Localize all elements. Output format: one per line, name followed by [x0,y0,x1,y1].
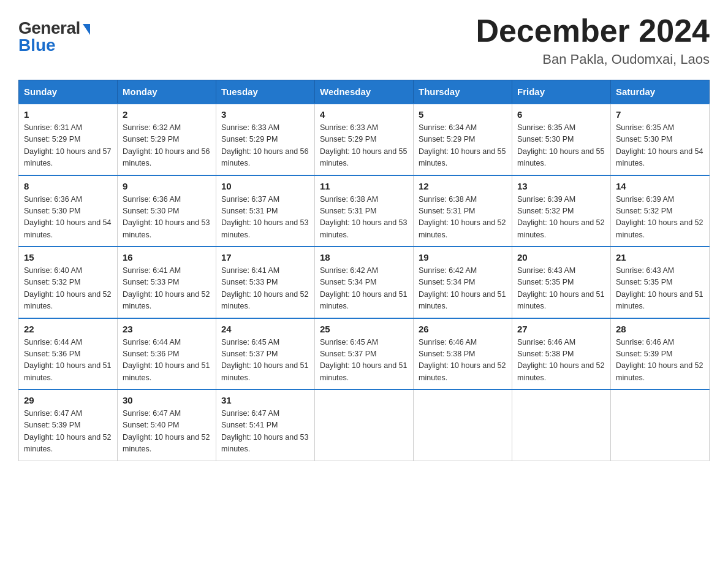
day-info: Sunrise: 6:45 AMSunset: 5:37 PMDaylight:… [221,338,308,382]
day-info: Sunrise: 6:35 AMSunset: 5:30 PMDaylight:… [616,123,703,167]
day-info: Sunrise: 6:47 AMSunset: 5:41 PMDaylight:… [221,409,308,453]
table-row: 29 Sunrise: 6:47 AMSunset: 5:39 PMDaylig… [19,389,118,461]
day-number: 13 [517,181,605,191]
location-subtitle: Ban Pakla, Oudomxai, Laos [476,52,710,67]
day-info: Sunrise: 6:46 AMSunset: 5:39 PMDaylight:… [616,338,703,382]
col-tuesday: Tuesday [216,80,315,104]
day-info: Sunrise: 6:39 AMSunset: 5:32 PMDaylight:… [517,195,604,239]
day-number: 31 [221,395,309,405]
calendar-table: Sunday Monday Tuesday Wednesday Thursday… [18,80,710,461]
day-info: Sunrise: 6:38 AMSunset: 5:31 PMDaylight:… [419,195,506,239]
calendar-header-row: Sunday Monday Tuesday Wednesday Thursday… [19,80,710,104]
table-row: 27 Sunrise: 6:46 AMSunset: 5:38 PMDaylig… [512,318,611,390]
day-info: Sunrise: 6:42 AMSunset: 5:34 PMDaylight:… [419,266,506,310]
table-row: 19 Sunrise: 6:42 AMSunset: 5:34 PMDaylig… [414,247,512,318]
day-number: 7 [616,109,704,120]
calendar-week-row: 22 Sunrise: 6:44 AMSunset: 5:36 PMDaylig… [19,318,710,390]
day-number: 8 [24,181,112,191]
table-row: 9 Sunrise: 6:36 AMSunset: 5:30 PMDayligh… [118,175,216,247]
day-number: 19 [419,252,507,262]
calendar-week-row: 8 Sunrise: 6:36 AMSunset: 5:30 PMDayligh… [19,175,710,247]
table-row: 7 Sunrise: 6:35 AMSunset: 5:30 PMDayligh… [611,104,710,175]
day-info: Sunrise: 6:35 AMSunset: 5:30 PMDaylight:… [517,123,604,167]
table-row: 15 Sunrise: 6:40 AMSunset: 5:32 PMDaylig… [19,247,118,318]
table-row [611,389,710,461]
day-info: Sunrise: 6:46 AMSunset: 5:38 PMDaylight:… [419,338,506,382]
day-number: 27 [517,324,605,334]
table-row: 24 Sunrise: 6:45 AMSunset: 5:37 PMDaylig… [216,318,315,390]
day-number: 4 [320,109,408,120]
table-row: 3 Sunrise: 6:33 AMSunset: 5:29 PMDayligh… [216,104,315,175]
day-info: Sunrise: 6:39 AMSunset: 5:32 PMDaylight:… [616,195,703,239]
day-number: 17 [221,252,309,262]
day-number: 15 [24,252,112,262]
day-info: Sunrise: 6:36 AMSunset: 5:30 PMDaylight:… [123,195,210,239]
table-row: 12 Sunrise: 6:38 AMSunset: 5:31 PMDaylig… [414,175,512,247]
col-thursday: Thursday [414,80,512,104]
day-info: Sunrise: 6:44 AMSunset: 5:36 PMDaylight:… [24,338,111,382]
table-row: 6 Sunrise: 6:35 AMSunset: 5:30 PMDayligh… [512,104,611,175]
day-info: Sunrise: 6:36 AMSunset: 5:30 PMDaylight:… [24,195,111,239]
day-info: Sunrise: 6:43 AMSunset: 5:35 PMDaylight:… [616,266,703,310]
day-number: 12 [419,181,507,191]
day-info: Sunrise: 6:45 AMSunset: 5:37 PMDaylight:… [320,338,407,382]
day-info: Sunrise: 6:43 AMSunset: 5:35 PMDaylight:… [517,266,604,310]
day-number: 18 [320,252,408,262]
table-row: 23 Sunrise: 6:44 AMSunset: 5:36 PMDaylig… [118,318,216,390]
table-row: 8 Sunrise: 6:36 AMSunset: 5:30 PMDayligh… [19,175,118,247]
day-number: 9 [123,181,211,191]
table-row: 14 Sunrise: 6:39 AMSunset: 5:32 PMDaylig… [611,175,710,247]
table-row: 11 Sunrise: 6:38 AMSunset: 5:31 PMDaylig… [315,175,414,247]
day-number: 1 [24,109,112,120]
day-number: 29 [24,395,112,405]
day-number: 21 [616,252,704,262]
table-row: 25 Sunrise: 6:45 AMSunset: 5:37 PMDaylig… [315,318,414,390]
logo-triangle-icon [83,24,90,35]
day-info: Sunrise: 6:42 AMSunset: 5:34 PMDaylight:… [320,266,407,310]
col-sunday: Sunday [19,80,118,104]
table-row: 18 Sunrise: 6:42 AMSunset: 5:34 PMDaylig… [315,247,414,318]
table-row: 16 Sunrise: 6:41 AMSunset: 5:33 PMDaylig… [118,247,216,318]
table-row: 17 Sunrise: 6:41 AMSunset: 5:33 PMDaylig… [216,247,315,318]
table-row: 2 Sunrise: 6:32 AMSunset: 5:29 PMDayligh… [118,104,216,175]
day-info: Sunrise: 6:38 AMSunset: 5:31 PMDaylight:… [320,195,407,239]
day-info: Sunrise: 6:33 AMSunset: 5:29 PMDaylight:… [320,123,407,167]
day-info: Sunrise: 6:34 AMSunset: 5:29 PMDaylight:… [419,123,506,167]
month-title: December 2024 [476,12,710,49]
day-number: 20 [517,252,605,262]
day-number: 14 [616,181,704,191]
table-row [315,389,414,461]
title-section: December 2024 Ban Pakla, Oudomxai, Laos [476,12,710,67]
col-saturday: Saturday [611,80,710,104]
page-header: General Blue December 2024 Ban Pakla, Ou… [18,12,710,67]
logo-blue-text: Blue [18,36,56,55]
day-number: 30 [123,395,211,405]
day-info: Sunrise: 6:37 AMSunset: 5:31 PMDaylight:… [221,195,308,239]
day-info: Sunrise: 6:33 AMSunset: 5:29 PMDaylight:… [221,123,308,167]
day-number: 10 [221,181,309,191]
day-info: Sunrise: 6:47 AMSunset: 5:40 PMDaylight:… [123,409,210,453]
day-number: 16 [123,252,211,262]
table-row [414,389,512,461]
day-number: 2 [123,109,211,120]
calendar-week-row: 15 Sunrise: 6:40 AMSunset: 5:32 PMDaylig… [19,247,710,318]
col-monday: Monday [118,80,216,104]
day-number: 24 [221,324,309,334]
col-wednesday: Wednesday [315,80,414,104]
logo: General Blue [18,18,90,55]
table-row: 13 Sunrise: 6:39 AMSunset: 5:32 PMDaylig… [512,175,611,247]
day-number: 25 [320,324,408,334]
day-info: Sunrise: 6:44 AMSunset: 5:36 PMDaylight:… [123,338,210,382]
day-info: Sunrise: 6:47 AMSunset: 5:39 PMDaylight:… [24,409,111,453]
day-number: 28 [616,324,704,334]
day-info: Sunrise: 6:32 AMSunset: 5:29 PMDaylight:… [123,123,210,167]
day-info: Sunrise: 6:41 AMSunset: 5:33 PMDaylight:… [221,266,308,310]
calendar-week-row: 29 Sunrise: 6:47 AMSunset: 5:39 PMDaylig… [19,389,710,461]
day-number: 26 [419,324,507,334]
table-row: 10 Sunrise: 6:37 AMSunset: 5:31 PMDaylig… [216,175,315,247]
day-number: 5 [419,109,507,120]
table-row: 28 Sunrise: 6:46 AMSunset: 5:39 PMDaylig… [611,318,710,390]
day-number: 3 [221,109,309,120]
table-row: 20 Sunrise: 6:43 AMSunset: 5:35 PMDaylig… [512,247,611,318]
day-info: Sunrise: 6:41 AMSunset: 5:33 PMDaylight:… [123,266,210,310]
